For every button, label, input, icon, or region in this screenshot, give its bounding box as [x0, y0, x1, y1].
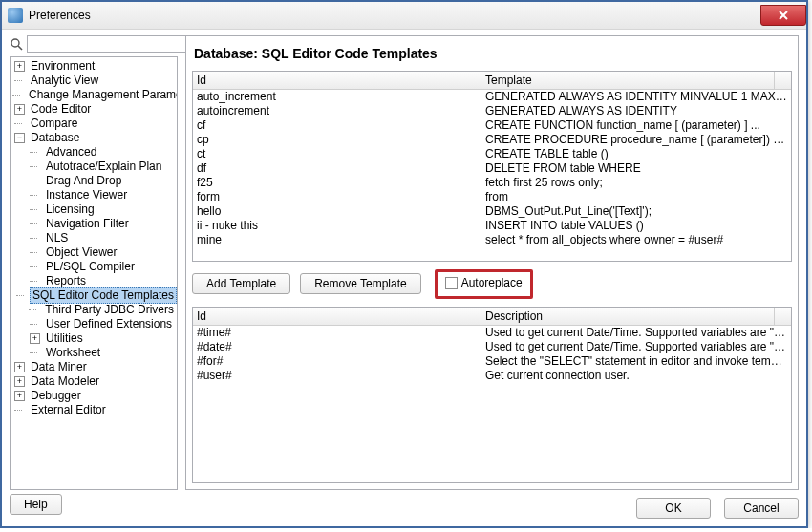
tree-item-label: Data Modeler — [28, 374, 102, 389]
variables-grid[interactable]: Id Description #time#Used to get current… — [192, 307, 792, 484]
variables-rows[interactable]: #time#Used to get current Date/Time. Sup… — [193, 326, 791, 383]
tree-item-label: Instance Viewer — [43, 188, 130, 202]
search-input[interactable] — [27, 35, 196, 53]
table-row[interactable]: ctCREATE TABLE table () — [193, 147, 791, 161]
tree-item[interactable]: Third Party JDBC Drivers — [12, 303, 177, 317]
table-row[interactable]: #user#Get current connection user. — [193, 369, 791, 383]
tree-item-label: Advanced — [43, 145, 99, 160]
app-icon — [8, 8, 23, 23]
tree-item[interactable]: +Debugger — [12, 389, 177, 403]
tree-item[interactable]: SQL Editor Code Templates — [12, 288, 177, 303]
variable-id-cell: #user# — [193, 369, 481, 383]
tree-item[interactable]: +Data Modeler — [12, 374, 177, 389]
expand-icon[interactable]: + — [14, 104, 25, 115]
tree-item-label: Environment — [28, 59, 97, 74]
variable-desc-cell: Used to get current Date/Time. Supported… — [481, 340, 791, 354]
template-value-cell: CREATE PROCEDURE procedure_name [ (param… — [481, 133, 791, 147]
tree-connector — [14, 74, 25, 88]
table-row[interactable]: hello DBMS_OutPut.Put_Line('[Text]'); — [193, 204, 791, 219]
table-row[interactable]: ii - nuke thisINSERT INTO table VALUES (… — [193, 219, 791, 233]
table-row[interactable]: cpCREATE PROCEDURE procedure_name [ (par… — [193, 133, 791, 147]
tree-item[interactable]: Analytic View — [12, 74, 177, 88]
template-id-cell: hello — [193, 204, 481, 219]
close-button[interactable] — [760, 5, 806, 26]
tree-connector — [30, 202, 40, 217]
tree-item[interactable]: User Defined Extensions — [12, 317, 177, 331]
variable-desc-cell: Used to get current Date/Time. Supported… — [481, 326, 791, 340]
templates-rows[interactable]: auto_incrementGENERATED ALWAYS AS IDENTI… — [193, 90, 791, 247]
template-value-cell: DELETE FROM table WHERE — [481, 161, 791, 176]
add-template-button[interactable]: Add Template — [192, 273, 290, 294]
template-value-cell: CREATE TABLE table () — [481, 147, 791, 161]
content-area: +EnvironmentAnalytic ViewChange Manageme… — [10, 35, 799, 490]
tree-item[interactable]: External Editor — [12, 403, 177, 417]
ok-button[interactable]: OK — [636, 498, 711, 519]
cancel-button[interactable]: Cancel — [724, 498, 799, 519]
window-title: Preferences — [29, 9, 760, 22]
expand-icon[interactable]: + — [14, 391, 25, 401]
tree-item-label: External Editor — [28, 403, 109, 417]
template-value-cell: INSERT INTO table VALUES () — [481, 219, 791, 233]
template-id-cell: cf — [193, 118, 481, 133]
collapse-icon[interactable]: − — [14, 133, 25, 143]
help-button[interactable]: Help — [10, 494, 62, 515]
tree-item-label: Third Party JDBC Drivers — [42, 303, 177, 317]
tree-connector — [30, 274, 40, 288]
tree-connector — [30, 346, 40, 360]
templates-header-template[interactable]: Template — [481, 72, 775, 89]
table-row[interactable]: auto_incrementGENERATED ALWAYS AS IDENTI… — [193, 90, 791, 104]
template-value-cell: GENERATED ALWAYS AS IDENTITY — [481, 104, 791, 118]
tree-item-label: User Defined Extensions — [43, 317, 175, 331]
template-value-cell: CREATE FUNCTION function_name [ (paramet… — [481, 118, 791, 133]
template-id-cell: auto_increment — [193, 90, 481, 104]
expand-icon[interactable]: + — [14, 376, 25, 387]
tree-item[interactable]: Autotrace/Explain Plan — [12, 160, 177, 174]
remove-template-button[interactable]: Remove Template — [300, 273, 421, 294]
templates-header-id[interactable]: Id — [193, 72, 481, 89]
template-controls: Add Template Remove Template Autoreplace — [192, 269, 792, 299]
table-row[interactable]: dfDELETE FROM table WHERE — [193, 161, 791, 176]
template-id-cell: mine — [193, 233, 481, 247]
variables-header-id[interactable]: Id — [193, 308, 481, 325]
category-tree-body[interactable]: +EnvironmentAnalytic ViewChange Manageme… — [11, 57, 177, 489]
tree-item[interactable]: Instance Viewer — [12, 188, 177, 202]
tree-item[interactable]: Navigation Filter — [12, 217, 177, 231]
expand-icon[interactable]: + — [14, 362, 25, 372]
tree-connector — [29, 303, 39, 317]
tree-item[interactable]: PL/SQL Compiler — [12, 260, 177, 274]
tree-item[interactable]: Reports — [12, 274, 177, 288]
tree-item[interactable]: Drag And Drop — [12, 174, 177, 188]
expand-icon[interactable]: + — [14, 61, 25, 72]
expand-icon[interactable]: + — [30, 333, 40, 344]
tree-item[interactable]: Licensing — [12, 202, 177, 217]
table-row[interactable]: mineselect * from all_objects where owne… — [193, 233, 791, 247]
table-row[interactable]: #date#Used to get current Date/Time. Sup… — [193, 340, 791, 354]
variables-header-desc[interactable]: Description — [481, 308, 775, 325]
tree-item[interactable]: −Database — [12, 131, 177, 145]
tree-item[interactable]: +Utilities — [12, 331, 177, 346]
titlebar[interactable]: Preferences — [2, 2, 806, 30]
variable-desc-cell: Get current connection user. — [481, 369, 791, 383]
autoreplace-checkbox[interactable]: Autoreplace — [445, 276, 523, 289]
tree-item[interactable]: Worksheet — [12, 346, 177, 360]
table-row[interactable]: cfCREATE FUNCTION function_name [ (param… — [193, 118, 791, 133]
checkbox-box — [445, 277, 458, 289]
table-row[interactable]: autoincrementGENERATED ALWAYS AS IDENTIT… — [193, 104, 791, 118]
window-body: +EnvironmentAnalytic ViewChange Manageme… — [2, 30, 806, 526]
tree-item[interactable]: NLS — [12, 231, 177, 245]
table-row[interactable]: formfrom — [193, 190, 791, 204]
tree-item[interactable]: Compare — [12, 117, 177, 131]
tree-item[interactable]: +Code Editor — [12, 102, 177, 117]
tree-connector — [14, 117, 25, 131]
table-row[interactable]: #time#Used to get current Date/Time. Sup… — [193, 326, 791, 340]
tree-item[interactable]: Advanced — [12, 145, 177, 160]
templates-grid[interactable]: Id Template auto_incrementGENERATED ALWA… — [192, 71, 792, 262]
tree-item[interactable]: Object Viewer — [12, 245, 177, 260]
table-row[interactable]: #for#Select the "SELECT" statement in ed… — [193, 354, 791, 369]
tree-item[interactable]: +Environment — [12, 59, 177, 74]
tree-item[interactable]: +Data Miner — [12, 360, 177, 374]
tree-item[interactable]: Change Management Parameters — [12, 88, 177, 102]
variable-id-cell: #for# — [193, 354, 481, 369]
table-row[interactable]: f25fetch first 25 rows only; — [193, 176, 791, 190]
variables-header: Id Description — [193, 308, 791, 326]
